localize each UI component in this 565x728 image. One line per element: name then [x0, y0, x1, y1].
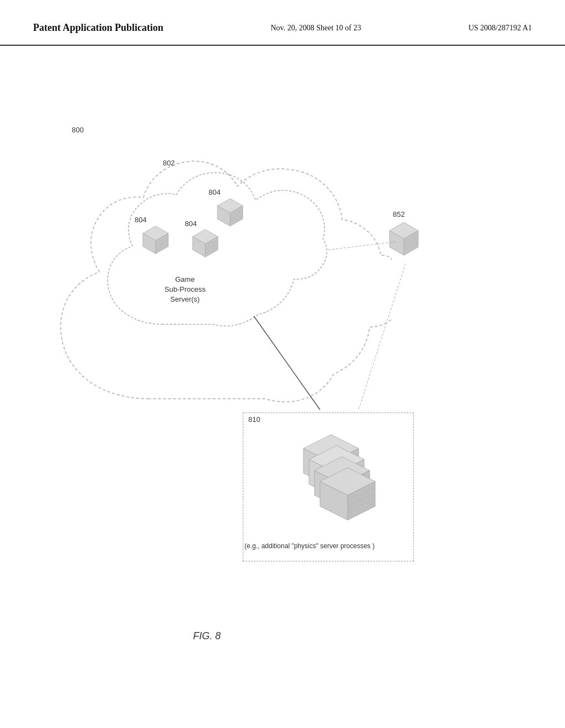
server-852: [386, 220, 422, 261]
label-800: 800: [72, 126, 84, 134]
label-810: 810: [248, 415, 260, 424]
server-804-left: [141, 223, 171, 259]
fig-label: FIG. 8: [193, 630, 221, 642]
physics-text: (e.g., additional "physics" server proce…: [244, 542, 375, 550]
diagram-area: 800 802 804 804: [0, 46, 565, 697]
label-804-top: 804: [209, 188, 221, 196]
server-stack-810: [287, 429, 397, 539]
server-804-mid: [190, 227, 221, 263]
publication-info: Nov. 20, 2008 Sheet 10 of 23: [270, 22, 361, 33]
publication-title: Patent Application Publication: [33, 22, 163, 34]
label-852: 852: [393, 210, 405, 218]
page-header: Patent Application Publication Nov. 20, …: [0, 0, 565, 46]
game-subtext: GameSub-ProcessServer(s): [164, 275, 205, 305]
patent-number: US 2008/287192 A1: [468, 22, 532, 33]
label-804-left: 804: [135, 216, 147, 224]
